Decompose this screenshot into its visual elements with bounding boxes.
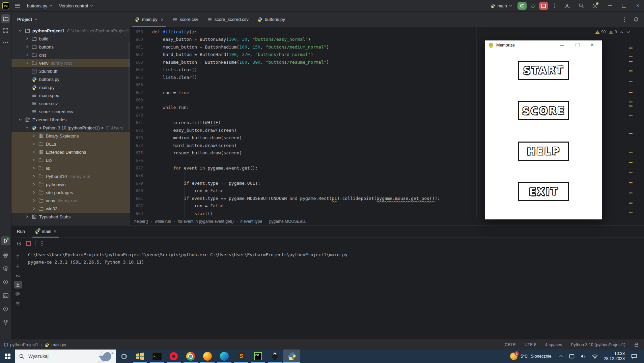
tree-item-extended-definitions[interactable]: Extended Definitions — [11, 148, 130, 156]
tablet-mode-icon[interactable] — [569, 354, 575, 359]
tree-item-pythonproject1[interactable]: pythonProject1C:\Users\User\PycharmProje… — [11, 27, 130, 35]
tab-score-csv[interactable]: score.csv — [168, 12, 203, 27]
tree-item-win32[interactable]: win32 — [11, 205, 130, 213]
status-widget-crlf[interactable]: CRLF — [505, 342, 516, 347]
chevron-right-icon[interactable] — [25, 53, 29, 57]
chevron-right-icon[interactable] — [25, 37, 29, 40]
memorize-help-button[interactable]: HELP — [518, 142, 569, 161]
status-widget-utf-8[interactable]: UTF-8 — [525, 342, 536, 347]
more-actions-icon[interactable] — [553, 3, 557, 8]
tree-item-buttons[interactable]: buttons — [11, 43, 130, 51]
taskbar-app-pycharm[interactable]: PC — [250, 350, 267, 363]
run-config-selector[interactable]: main — [491, 3, 512, 8]
problems-tool-icon[interactable] — [1, 304, 10, 313]
breadcrumb-item[interactable]: for event in pygame.event.get() — [178, 219, 234, 224]
chevron-right-icon[interactable] — [32, 183, 35, 186]
inspection-mark[interactable] — [629, 182, 633, 183]
tree-item-python310[interactable]: Python310library root — [11, 172, 130, 180]
python-console-tool-icon[interactable] — [1, 250, 10, 260]
tray-chevron-up-icon[interactable] — [559, 355, 563, 358]
tree-item-buttons-py[interactable]: buttons.py — [11, 75, 130, 83]
memorize-window[interactable]: Memorize × STARTSCOREHELPEXIT — [485, 40, 602, 219]
memorize-start-button[interactable]: START — [518, 61, 569, 80]
inspection-mark[interactable] — [629, 61, 633, 62]
chevron-right-icon[interactable] — [32, 207, 35, 210]
volume-icon[interactable] — [581, 354, 586, 359]
inspection-mark[interactable] — [629, 48, 633, 49]
close-tab-icon[interactable]: × — [54, 229, 56, 234]
inspection-mark[interactable] — [629, 56, 633, 57]
packages-tool-icon[interactable] — [1, 277, 10, 286]
chevron-down-icon[interactable] — [19, 29, 22, 32]
status-breadcrumb[interactable]: pythonProject1 › main.py — [0, 342, 66, 347]
task-view-icon[interactable] — [116, 350, 132, 363]
notifications-bell-icon[interactable] — [634, 17, 639, 22]
chevron-right-icon[interactable] — [32, 191, 35, 194]
stop-button[interactable] — [539, 2, 548, 10]
chevron-right-icon[interactable] — [25, 61, 29, 65]
taskbar-app-inkscape[interactable] — [267, 350, 283, 363]
weather-widget[interactable]: 1 5°C Słonecznie — [510, 353, 551, 360]
notification-center-icon[interactable] — [631, 354, 637, 359]
inspection-mark[interactable] — [629, 70, 633, 71]
scroll-up-icon[interactable] — [14, 252, 22, 260]
status-widget-4-spaces[interactable]: 4 spaces — [545, 342, 562, 347]
console-options-icon[interactable] — [40, 241, 44, 246]
tab-main-py[interactable]: main.py× — [130, 12, 168, 27]
chevron-right-icon[interactable] — [25, 215, 29, 218]
tree-item-venv[interactable]: venvlibrary root — [11, 196, 130, 205]
taskbar-search[interactable] — [15, 350, 116, 363]
chevron-right-icon[interactable] — [32, 167, 35, 170]
inspection-mark[interactable] — [629, 81, 633, 82]
tree-item-build[interactable]: build — [11, 35, 130, 43]
search-input[interactable] — [28, 353, 80, 359]
inspection-mark[interactable] — [629, 192, 633, 193]
debug-button[interactable] — [531, 3, 536, 8]
soft-wrap-icon[interactable] — [14, 271, 22, 279]
inspection-mark[interactable] — [629, 172, 633, 173]
wifi-icon[interactable] — [592, 354, 598, 359]
scroll-down-icon[interactable] — [14, 262, 22, 270]
memorize-score-button[interactable]: SCORE — [518, 101, 569, 120]
inspection-mark[interactable] — [629, 203, 633, 204]
inspection-mark[interactable] — [629, 133, 633, 134]
clock-widget[interactable]: 10:38 28.12.2023 — [604, 351, 625, 361]
tree-item-lib[interactable]: Lib — [11, 156, 130, 164]
memorize-title-bar[interactable]: Memorize × — [485, 40, 602, 50]
vcs-selector[interactable]: Version control — [59, 3, 93, 8]
tree-item--python-3-10-pythonproject1-[interactable]: < Python 3.10 (pythonProject1) >C:\Users — [11, 124, 130, 132]
search-everywhere-icon[interactable] — [579, 3, 584, 8]
project-tool-icon[interactable] — [1, 14, 10, 23]
status-widget-python-3-10-pythonproject1-[interactable]: Python 3.10 (pythonProject1) — [571, 342, 625, 347]
start-button[interactable] — [0, 350, 15, 363]
rerun-icon[interactable] — [17, 241, 22, 246]
tree-item-dist[interactable]: dist — [11, 51, 130, 59]
next-problem-icon[interactable] — [626, 31, 630, 33]
chevron-down-icon[interactable] — [25, 126, 29, 129]
close-tab-icon[interactable]: × — [161, 17, 164, 22]
tree-item-site-packages[interactable]: site-packages — [11, 188, 130, 196]
inspection-mark[interactable] — [629, 101, 633, 102]
tree-item-3dumb-ttf[interactable]: ?3dumb.ttf — [11, 67, 130, 75]
tree-item-score-scored-csv[interactable]: score_scored.csv — [11, 108, 130, 116]
tree-item-typeshed-stubs[interactable]: Typeshed Stubs — [11, 213, 130, 221]
chevron-right-icon[interactable] — [32, 150, 35, 154]
lock-icon[interactable] — [634, 342, 639, 347]
taskbar-app-terminal[interactable]: >_ — [148, 350, 165, 363]
taskbar-app-python-app[interactable] — [283, 350, 300, 363]
tree-item-external-libraries[interactable]: External Libraries — [11, 116, 130, 124]
main-menu-icon[interactable] — [15, 4, 20, 8]
tab-score-scored-csv[interactable]: score_scored.csv — [203, 12, 253, 27]
chevron-down-icon[interactable] — [19, 118, 22, 121]
run-tab-main[interactable]: main × — [31, 225, 60, 237]
inspection-mark[interactable] — [629, 162, 633, 163]
inspections-widget[interactable]: 90 9 — [595, 30, 630, 34]
tab-buttons-py[interactable]: buttons.py — [253, 12, 289, 27]
inspection-mark[interactable] — [629, 105, 633, 107]
chevron-right-icon[interactable] — [25, 45, 29, 49]
project-scrollbar[interactable] — [129, 42, 130, 130]
prev-problem-icon[interactable] — [620, 31, 623, 33]
taskbar-app-firefox[interactable] — [199, 350, 216, 363]
taskbar-app-file-explorer[interactable] — [132, 350, 148, 363]
tab-options-icon[interactable] — [622, 17, 626, 22]
